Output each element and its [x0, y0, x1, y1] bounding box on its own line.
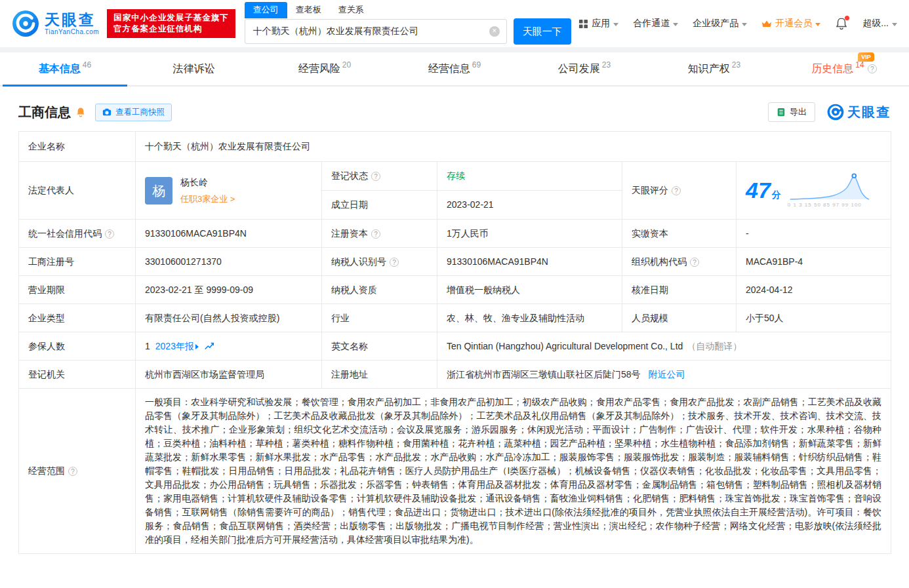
reg-capital-value: 1万人民币 — [437, 220, 622, 248]
snapshot-button-label: 查看工商快照 — [115, 107, 165, 118]
nearby-companies-link[interactable]: 附近公司 — [648, 369, 685, 380]
chevron-down-icon — [742, 23, 747, 26]
auto-translate-note: （自动翻译） — [687, 341, 742, 351]
annual-report-link[interactable]: 2023年报 — [155, 340, 199, 353]
menu-apps[interactable]: 应用 — [578, 18, 618, 29]
reg-number-value: 330106001271370 — [136, 248, 322, 276]
legal-rep-name[interactable]: 杨长岭 — [180, 176, 235, 189]
table-row: 工商注册号 330106001271370 纳税人识别号 91330106MAC… — [19, 248, 891, 276]
notification-bell[interactable] — [835, 17, 848, 30]
section-title: 工商信息 — [18, 104, 71, 121]
reg-number-label: 工商注册号 — [19, 248, 136, 276]
taxpayer-quality-label: 纳税人资质 — [322, 276, 437, 304]
search-tab-company[interactable]: 查公司 — [245, 2, 287, 18]
help-icon[interactable] — [68, 467, 77, 476]
tab-label: 历史信息 — [811, 62, 853, 76]
search-input[interactable] — [245, 26, 506, 37]
english-name-value: Ten Qintian (Hangzhou) Agricultural Deve… — [447, 341, 683, 351]
tab-operation-info[interactable]: 经营信息 69 — [390, 52, 519, 85]
search-input-wrap — [245, 19, 507, 44]
search-tab-boss[interactable]: 查老板 — [287, 2, 330, 18]
company-type-value: 有限责任公司(自然人投资或控股) — [136, 304, 322, 332]
help-icon[interactable] — [672, 186, 681, 195]
table-row: 经营范围 一般项目：农业科学研究和试验发展；餐饮管理；食用农产品初加工；非食用农… — [19, 389, 891, 554]
company-name-value: 十个勤天（杭州）农业发展有限责任公司 — [136, 132, 891, 162]
search-tab-relation[interactable]: 查关系 — [330, 2, 373, 18]
snapshot-button[interactable]: 查看工商快照 — [95, 104, 172, 121]
menu-super-vip-label: 超级... — [862, 18, 889, 29]
help-icon[interactable] — [371, 229, 380, 239]
taxpayer-id-label: 纳税人识别号 — [322, 248, 437, 276]
business-scope-value: 一般项目：农业科学研究和试验发展；餐饮管理；食用农产品初加工；非食用农产品初加工… — [136, 389, 891, 554]
watermark-logo[interactable]: 天眼查 — [827, 104, 891, 121]
table-row: 法定代表人 杨 杨长岭 任职3家企业 > 登记状态 存续 天眼评分 — [19, 162, 891, 191]
certification-badge: 国家中小企业发展子基金旗下 官方备案企业征信机构 — [107, 9, 235, 38]
help-icon[interactable] — [868, 64, 877, 73]
tab-history-info[interactable]: VIP 历史信息 14 — [779, 52, 909, 85]
org-code-value: MACA91BP-4 — [737, 248, 891, 276]
approval-date-value: 2024-04-12 — [737, 276, 891, 304]
menu-open-vip[interactable]: 开通会员 — [761, 18, 820, 29]
tab-basic-info[interactable]: 基本信息 46 — [0, 52, 130, 85]
reg-authority-label: 登记机关 — [19, 361, 136, 389]
subscribe-bell-icon[interactable] — [75, 107, 86, 117]
tab-label: 公司发展 — [558, 62, 600, 76]
trend-chart-icon[interactable] — [204, 341, 214, 351]
menu-partner[interactable]: 合作通道 — [633, 18, 678, 29]
legal-rep-positions-link[interactable]: 任职3家企业 > — [180, 193, 235, 206]
table-row: 参保人数 1 2023年报 英文名称 Ten Qintian (Hangzhou… — [19, 332, 891, 361]
reg-capital-label: 注册资本 — [322, 220, 437, 248]
tianyancha-logo[interactable]: 天眼查 TianYanCha.com — [12, 10, 99, 37]
table-row: 企业名称 十个勤天（杭州）农业发展有限责任公司 — [19, 132, 891, 162]
business-term-label: 营业期限 — [19, 276, 136, 304]
grid-icon — [578, 19, 588, 29]
business-term-value: 2023-02-21 至 9999-09-09 — [136, 276, 322, 304]
legal-rep-avatar[interactable]: 杨 — [145, 177, 172, 205]
credit-code-value: 91330106MACA91BP4N — [136, 220, 322, 248]
staff-size-label: 人员规模 — [622, 304, 737, 332]
tab-count: 46 — [83, 60, 91, 69]
export-button[interactable]: 导出 — [768, 102, 815, 122]
help-icon[interactable] — [390, 258, 399, 267]
tab-count: 23 — [732, 60, 740, 69]
search-button[interactable]: 天眼一下 — [514, 18, 571, 45]
tab-label: 知识产权 — [688, 62, 730, 76]
logo-domain: TianYanCha.com — [45, 28, 99, 35]
menu-super-vip[interactable]: 超级... — [862, 18, 897, 29]
tab-intellectual-property[interactable]: 知识产权 23 — [649, 52, 779, 85]
clear-search-icon[interactable] — [489, 26, 500, 37]
insured-count-value: 1 — [145, 340, 150, 353]
menu-partner-label: 合作通道 — [633, 18, 670, 29]
reg-address-value: 浙江省杭州市西湖区三墩镇山联社区后陡门58号 — [447, 369, 641, 380]
business-info-table: 企业名称 十个勤天（杭州）农业发展有限责任公司 法定代表人 杨 杨长岭 任职3家… — [18, 131, 891, 554]
top-header: 天眼查 TianYanCha.com 国家中小企业发展子基金旗下 官方备案企业征… — [0, 0, 909, 47]
chevron-down-icon — [673, 23, 678, 26]
establish-date-value: 2023-02-21 — [437, 191, 622, 220]
table-row: 统一社会信用代码 91330106MACA91BP4N 注册资本 1万人民币 实… — [19, 220, 891, 248]
camera-icon — [102, 108, 111, 117]
table-row: 企业类型 有限责任公司(自然人投资或控股) 行业 农、林、牧、渔专业及辅助性活动… — [19, 304, 891, 332]
chevron-down-icon — [613, 23, 618, 26]
tab-legal-proceedings[interactable]: 法律诉讼 — [130, 52, 260, 85]
menu-enterprise[interactable]: 企业级产品 — [693, 18, 747, 29]
header-divider — [0, 47, 909, 52]
tianyancha-logo-icon — [12, 10, 39, 37]
reg-status-label: 登记状态 — [322, 162, 437, 191]
taxpayer-quality-value: 增值税一般纳税人 — [437, 276, 622, 304]
help-icon[interactable] — [371, 172, 380, 181]
menu-open-vip-label: 开通会员 — [775, 18, 812, 29]
menu-enterprise-label: 企业级产品 — [693, 18, 738, 29]
logo-text: 天眼查 — [45, 12, 99, 28]
reg-status-value: 存续 — [437, 162, 622, 191]
tab-company-development[interactable]: 公司发展 23 — [519, 52, 649, 85]
tab-operation-risk[interactable]: 经营风险 20 — [260, 52, 390, 85]
menu-apps-label: 应用 — [592, 18, 610, 29]
chevron-down-icon — [815, 23, 820, 26]
search-tabs: 查公司 查老板 查关系 — [245, 3, 571, 18]
crown-icon — [761, 20, 772, 28]
industry-label: 行业 — [322, 304, 437, 332]
help-icon[interactable] — [105, 229, 114, 239]
chevron-down-icon — [892, 23, 897, 26]
help-icon[interactable] — [690, 258, 699, 267]
establish-date-label: 成立日期 — [322, 191, 437, 220]
